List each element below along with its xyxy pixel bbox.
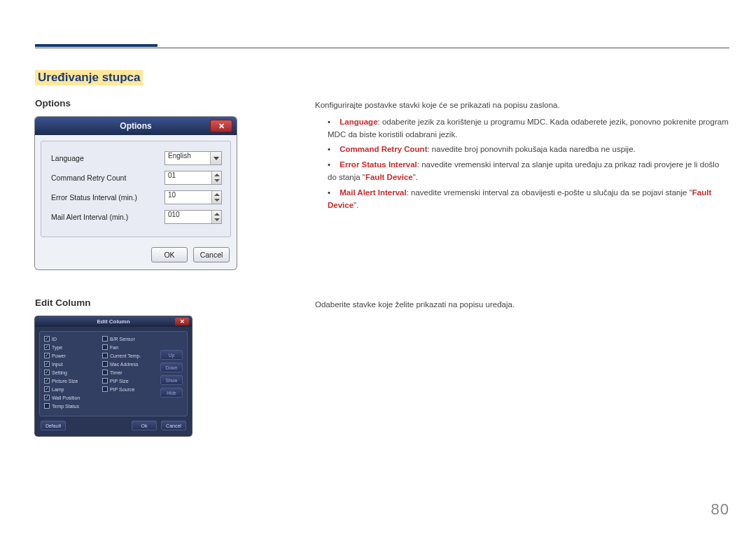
checkbox-label: Temp Status: [52, 404, 79, 409]
retry-stepper[interactable]: 01: [164, 171, 222, 185]
bullet-text: : odaberite jezik za korištenje u progra…: [328, 118, 729, 139]
edit-column-heading: Edit Column: [35, 297, 315, 308]
checkbox-label: Picture Size: [52, 379, 78, 384]
checkbox-label: Input: [52, 362, 63, 367]
checkbox-icon: [102, 336, 108, 342]
header-rule: [35, 48, 729, 48]
options-row: Options Options ✕ Language English: [35, 98, 729, 269]
down-button[interactable]: Down: [160, 363, 183, 372]
checkbox-icon: [102, 344, 108, 350]
checkbox-label: Timer: [110, 370, 122, 375]
language-value: English: [168, 152, 191, 160]
close-icon[interactable]: ✕: [175, 318, 189, 325]
chevron-down-icon: [210, 152, 221, 164]
checkbox-item[interactable]: Wall Position: [44, 395, 98, 400]
checkbox-item[interactable]: Input: [44, 361, 98, 367]
checkbox-label: Wall Position: [52, 395, 80, 400]
retry-label: Command Retry Count: [51, 174, 164, 182]
checkbox-item[interactable]: Mac Address: [102, 361, 156, 367]
checkbox-label: Lamp: [52, 387, 64, 392]
hide-button[interactable]: Hide: [160, 388, 183, 398]
bullet-text: ".: [354, 201, 358, 209]
checkbox-icon: [102, 370, 108, 375]
ok-button[interactable]: Ok: [132, 421, 157, 430]
checkbox-item[interactable]: Temp Status: [44, 403, 98, 409]
checkbox-icon: [44, 344, 50, 350]
checkbox-icon: [102, 353, 108, 358]
checkbox-label: B/R Sensor: [110, 337, 135, 342]
checkbox-item[interactable]: Current Temp.: [102, 353, 156, 358]
checkbox-label: Power: [52, 353, 66, 358]
cancel-button[interactable]: Cancel: [193, 247, 230, 262]
up-button[interactable]: Up: [160, 350, 183, 360]
checkbox-icon: [44, 353, 50, 358]
bullet-text: ".: [413, 173, 418, 181]
checkbox-icon: [102, 361, 108, 367]
checkbox-item[interactable]: Power: [44, 353, 98, 358]
mail-interval-stepper[interactable]: 010: [164, 210, 222, 224]
checkbox-icon: [44, 378, 50, 384]
page-number: 80: [711, 500, 729, 519]
edit-column-dialog: Edit Column ✕ IDTypePowerInputSettingPic…: [35, 316, 192, 436]
mail-value: 010: [168, 211, 180, 218]
checkbox-icon: [44, 386, 50, 392]
checkbox-item[interactable]: Picture Size: [44, 378, 98, 384]
kw-language: Language: [340, 118, 377, 126]
dialog-titlebar: Edit Column ✕: [35, 316, 192, 327]
checkbox-label: Fan: [110, 345, 118, 350]
bullet-text: : navedite vremenski interval za obavije…: [407, 188, 692, 197]
cancel-button[interactable]: Cancel: [161, 421, 186, 430]
bullet-text: : navedite broj ponovnih pokušaja kada n…: [427, 145, 635, 153]
checkbox-icon: [44, 336, 50, 342]
ok-button[interactable]: OK: [151, 247, 188, 262]
kw-retry: Command Retry Count: [340, 145, 427, 153]
show-button[interactable]: Show: [160, 375, 183, 385]
spinner-icon: [211, 171, 221, 184]
error-value: 10: [168, 191, 176, 199]
checkbox-icon: [44, 403, 50, 409]
checkbox-label: Mac Address: [110, 362, 138, 367]
retry-value: 01: [168, 171, 176, 179]
header-accent: [35, 44, 158, 47]
checkbox-item[interactable]: Timer: [102, 370, 156, 375]
mail-interval-label: Mail Alert Interval (min.): [51, 213, 164, 221]
options-heading: Options: [35, 98, 315, 108]
error-interval-label: Error Status Interval (min.): [51, 193, 164, 202]
dialog-title: Options: [120, 121, 151, 131]
checkbox-item[interactable]: Fan: [102, 344, 156, 350]
language-label: Language: [51, 154, 164, 162]
checkbox-item[interactable]: PIP Source: [102, 386, 156, 392]
bullet-retry: Command Retry Count: navedite broj ponov…: [328, 143, 729, 156]
checkbox-item[interactable]: Lamp: [44, 386, 98, 392]
checkbox-column-2: B/R SensorFanCurrent Temp.Mac AddressTim…: [102, 336, 156, 412]
bullet-mail: Mail Alert Interval: navedite vremenski …: [328, 187, 729, 212]
checkbox-label: Current Temp.: [110, 353, 141, 358]
checkbox-icon: [44, 395, 50, 400]
bullet-language: Language: odaberite jezik za korištenje …: [328, 116, 729, 141]
options-intro: Konfigurirajte postavke stavki koje će s…: [315, 99, 729, 112]
language-select[interactable]: English: [164, 151, 222, 165]
checkbox-item[interactable]: Setting: [44, 370, 98, 375]
spinner-icon: [211, 191, 221, 204]
checkbox-label: PIP Source: [110, 387, 134, 392]
checkbox-icon: [44, 361, 50, 367]
checkbox-label: ID: [52, 337, 57, 342]
edit-column-row: Edit Column Edit Column ✕ IDTypePowerInp…: [35, 297, 729, 436]
bullet-error: Error Status Interval: navedite vremensk…: [328, 159, 729, 184]
checkbox-label: Setting: [52, 370, 67, 375]
edit-column-intro: Odaberite stavke koje želite prikazati n…: [315, 299, 729, 311]
checkbox-item[interactable]: ID: [44, 336, 98, 342]
checkbox-item[interactable]: B/R Sensor: [102, 336, 156, 342]
checkbox-label: PIP Size: [110, 379, 129, 384]
close-icon[interactable]: ✕: [210, 120, 232, 132]
error-interval-stepper[interactable]: 10: [164, 190, 222, 204]
spinner-icon: [211, 211, 221, 223]
kw-mail: Mail Alert Interval: [340, 188, 406, 197]
checkbox-icon: [102, 386, 108, 392]
default-button[interactable]: Default: [41, 421, 66, 430]
checkbox-icon: [102, 378, 108, 384]
options-dialog: Options ✕ Language English Command Retry…: [35, 117, 237, 269]
dialog-title: Edit Column: [97, 318, 130, 325]
checkbox-item[interactable]: PIP Size: [102, 378, 156, 384]
checkbox-item[interactable]: Type: [44, 344, 98, 350]
